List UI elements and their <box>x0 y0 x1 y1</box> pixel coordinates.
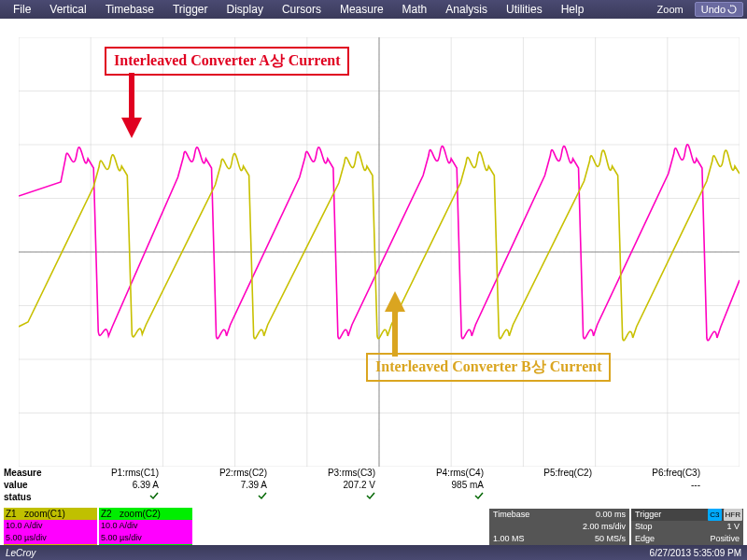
meas-p3-name: P3:rms(C3) <box>286 467 394 479</box>
menu-math[interactable]: Math <box>393 1 437 18</box>
menu-measure[interactable]: Measure <box>331 1 393 18</box>
timebase-title: Timebase <box>489 509 533 521</box>
meas-p1-status <box>69 491 177 503</box>
measure-status-label: status <box>4 491 69 503</box>
undo-button[interactable]: Undo <box>695 2 743 17</box>
menu-file[interactable]: File <box>4 1 40 18</box>
trigger-panel[interactable]: TriggerC3HFR Stop1 V EdgePositive <box>631 509 743 545</box>
timebase-rate: 50 MS/s <box>591 533 629 545</box>
meas-p2-status <box>177 491 286 503</box>
check-icon <box>149 491 159 500</box>
measure-header: Measure <box>4 467 69 479</box>
meas-p5-name: P5:freq(C2) <box>502 467 611 479</box>
meas-p1-val: 6.39 A <box>69 479 177 491</box>
menu-trigger[interactable]: Trigger <box>163 1 218 18</box>
timebase-record: 1.00 MS <box>489 533 529 545</box>
brand-label: LeCroy <box>6 548 35 558</box>
z1-label: Z1 <box>6 509 17 519</box>
arrow-a-icon <box>118 73 146 140</box>
menu-utilities[interactable]: Utilities <box>497 1 552 18</box>
check-icon <box>366 491 375 500</box>
z1-src: zoom(C1) <box>24 509 65 519</box>
z1-tdiv: 5.00 µs/div <box>4 532 97 544</box>
channel-z1-panel[interactable]: Z1 zoom(C1) 10.0 A/div 5.00 µs/div <box>4 508 97 545</box>
meas-p6-name: P6:freq(C3) <box>611 467 719 479</box>
meas-p5-status <box>502 491 611 503</box>
undo-label: Undo <box>701 4 726 15</box>
annotation-b: Interleaved Converter B상 Current <box>366 353 611 382</box>
timebase-panel[interactable]: Timebase0.00 ms 2.00 ms/div 1.00 MS50 MS… <box>489 509 629 545</box>
meas-p1-name: P1:rms(C1) <box>69 467 177 479</box>
z2-tdiv: 5.00 µs/div <box>99 532 192 544</box>
annotation-a: Interleaved Converter A상 Current <box>105 47 349 76</box>
waveform-display[interactable]: Interleaved Converter A상 Current Interle… <box>0 19 747 467</box>
trigger-src-badge: C3 <box>708 509 721 521</box>
meas-p5-val <box>502 479 611 491</box>
z2-src: zoom(C2) <box>120 509 161 519</box>
meas-p6-val: --- <box>611 479 719 491</box>
channel-z2-panel[interactable]: Z2 zoom(C2) 10.0 A/div 5.00 µs/div <box>99 508 192 545</box>
datetime-label: 6/27/2013 5:35:09 PM <box>650 548 741 558</box>
zoom-label[interactable]: Zoom <box>650 2 691 17</box>
meas-p4-name: P4:rms(C4) <box>394 467 502 479</box>
menu-timebase[interactable]: Timebase <box>96 1 163 18</box>
z2-label: Z2 <box>101 509 112 519</box>
menubar: File Vertical Timebase Trigger Display C… <box>0 0 747 19</box>
check-icon <box>474 491 484 500</box>
arrow-b-icon <box>381 289 409 357</box>
menu-display[interactable]: Display <box>218 1 273 18</box>
trigger-mode-badge: HFR <box>724 509 742 521</box>
meas-p3-val: 207.2 V <box>286 479 394 491</box>
meas-p3-status <box>286 491 394 503</box>
trigger-level: 1 V <box>723 521 743 533</box>
measurement-table: Measure P1:rms(C1) P2:rms(C2) P3:rms(C3)… <box>0 467 747 503</box>
trigger-slope: Positive <box>706 533 743 545</box>
meas-p4-val: 985 mA <box>394 479 502 491</box>
trigger-edge: Edge <box>631 533 658 545</box>
footer: LeCroy 6/27/2013 5:35:09 PM <box>0 545 747 560</box>
timebase-tdiv: 2.00 ms/div <box>579 521 629 533</box>
menu-help[interactable]: Help <box>552 1 594 18</box>
undo-icon <box>727 5 737 14</box>
menu-analysis[interactable]: Analysis <box>436 1 497 18</box>
measure-value-label: value <box>4 479 69 491</box>
meas-p4-status <box>394 491 502 503</box>
menu-cursors[interactable]: Cursors <box>273 1 331 18</box>
menu-vertical[interactable]: Vertical <box>40 1 95 18</box>
z2-vdiv: 10.0 A/div <box>99 520 192 532</box>
meas-p2-name: P2:rms(C2) <box>177 467 286 479</box>
z1-vdiv: 10.0 A/div <box>4 520 97 532</box>
trigger-state: Stop <box>631 521 656 533</box>
check-icon <box>258 491 267 500</box>
trigger-title: Trigger <box>631 509 665 521</box>
timebase-delay: 0.00 ms <box>592 509 629 521</box>
meas-p2-val: 7.39 A <box>177 479 286 491</box>
meas-p6-status <box>611 491 719 503</box>
